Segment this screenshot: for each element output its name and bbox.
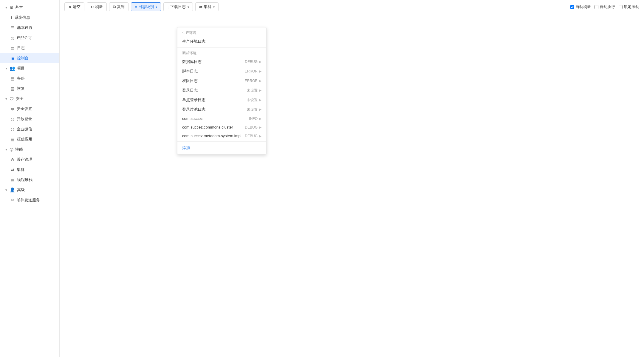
cluster-toolbar-icon: ⇄ <box>199 5 202 9</box>
arrow-icon: ▶ <box>259 125 261 129</box>
toolbar: ✕ 清空 ↻ 刷新 ⧉ 复制 ≡ 日志级别 ▾ ↓ 下载日志 ▾ ⇄ 集群 ▾ <box>60 0 644 14</box>
basic-group-icon: ⚙ <box>10 5 13 10</box>
sidebar-group-basic[interactable]: ▼ ⚙ 基本 <box>0 2 59 13</box>
info-icon: ℹ <box>11 15 12 20</box>
restore-icon: ▤ <box>11 86 15 91</box>
project-group-icon: 👥 <box>10 66 15 71</box>
log-level-dropdown: 生产环境 生产环境日志 调试环境 数据库日志 DEBUG ▶ 脚本日志 ERRO… <box>177 27 267 154</box>
lock-scroll-checkbox[interactable]: 锁定滚动 <box>619 4 639 10</box>
log-level-button[interactable]: ≡ 日志级别 ▾ <box>131 2 161 11</box>
logs-icon: ▤ <box>11 46 15 50</box>
dropdown-item-script-log[interactable]: 脚本日志 ERROR ▶ <box>177 67 266 76</box>
toolbar-right: 自动刷新 自动换行 锁定滚动 <box>570 4 639 10</box>
dropdown-item-com-succez-commons-cluster[interactable]: com.succez.commons.cluster DEBUG ▶ <box>177 123 266 132</box>
auto-refresh-input[interactable] <box>570 5 574 9</box>
refresh-button[interactable]: ↻ 刷新 <box>87 2 107 11</box>
chevron-down-icon: ▼ <box>5 6 8 9</box>
dropdown-add-button[interactable]: 添加 <box>177 143 266 153</box>
clear-icon: ✕ <box>68 5 72 9</box>
auto-wrap-checkbox[interactable]: 自动换行 <box>595 4 615 10</box>
sidebar-item-cache-management[interactable]: ⊙ 缓存管理 <box>0 154 59 165</box>
copy-icon: ⧉ <box>113 4 116 9</box>
chevron-down-icon: ▾ <box>188 5 189 9</box>
sidebar-item-logs[interactable]: ▤ 日志 <box>0 43 59 53</box>
settings-icon: ☰ <box>11 25 15 30</box>
sidebar-item-security-settings[interactable]: ⊕ 安全设置 <box>0 104 59 114</box>
cluster-button[interactable]: ⇄ 集群 ▾ <box>195 2 219 11</box>
security-settings-icon: ⊕ <box>11 106 14 111</box>
production-env-label: 生产环境 <box>177 29 266 37</box>
dropdown-item-production-log[interactable]: 生产环境日志 <box>177 37 266 46</box>
sidebar-item-open-login[interactable]: ◎ 开放登录 <box>0 114 59 124</box>
sidebar-item-thread-stack[interactable]: ▤ 线程堆栈 <box>0 175 59 185</box>
arrow-icon: ▶ <box>259 69 261 73</box>
arrow-icon: ▶ <box>259 117 261 121</box>
console-icon: ▣ <box>11 56 15 61</box>
download-icon: ↓ <box>167 5 169 9</box>
dropdown-item-com-succez-metadata[interactable]: com.succez.metadata.system.impl DEBUG ▶ <box>177 132 266 140</box>
sidebar-item-backup[interactable]: ▤ 备份 <box>0 73 59 84</box>
arrow-icon: ▶ <box>259 60 261 64</box>
sidebar-item-console[interactable]: ▣ 控制台 <box>0 53 59 63</box>
cache-icon: ⊙ <box>11 157 14 162</box>
license-icon: ◎ <box>11 35 14 40</box>
auto-wrap-input[interactable] <box>595 5 598 9</box>
dropdown-item-sso-log[interactable]: 单点登录日志 未设置 ▶ <box>177 95 266 105</box>
dropdown-item-db-log[interactable]: 数据库日志 DEBUG ▶ <box>177 57 266 67</box>
sidebar-item-basic-settings[interactable]: ☰ 基本设置 <box>0 23 59 33</box>
sidebar-group-performance[interactable]: ▼ ◎ 性能 <box>0 144 59 154</box>
wechat-icon: ◎ <box>11 127 14 132</box>
arrow-icon: ▶ <box>259 79 261 83</box>
security-group-icon: 🛡 <box>10 96 14 101</box>
chevron-down-icon: ▼ <box>5 148 8 151</box>
sidebar-item-product-license[interactable]: ◎ 产品许可 <box>0 33 59 43</box>
thread-stack-icon: ▤ <box>11 177 15 182</box>
sidebar-group-advanced[interactable]: ▼ 👤 高级 <box>0 185 59 195</box>
refresh-icon: ↻ <box>91 5 94 9</box>
sidebar-item-mail-service[interactable]: ✉ 邮件发送服务 <box>0 195 59 205</box>
arrow-icon: ▶ <box>259 107 261 112</box>
chevron-down-icon: ▼ <box>5 97 8 101</box>
download-log-button[interactable]: ↓ 下载日志 ▾ <box>163 2 193 11</box>
sidebar: ▼ ⚙ 基本 ℹ 系统信息 ☰ 基本设置 ◎ 产品许可 ▤ 日志 ▣ 控制台 ▼… <box>0 0 60 357</box>
log-level-icon: ≡ <box>135 5 137 9</box>
dropdown-divider-2 <box>177 141 266 142</box>
open-login-icon: ◎ <box>11 117 14 121</box>
dropdown-item-com-succez[interactable]: com.succez INFO ▶ <box>177 114 266 123</box>
chevron-down-icon: ▼ <box>5 67 8 70</box>
backup-icon: ▤ <box>11 76 15 81</box>
arrow-icon: ▶ <box>259 98 261 102</box>
dropdown-item-login-filter-log[interactable]: 登录过滤日志 未设置 ▶ <box>177 105 266 114</box>
advanced-group-icon: 👤 <box>10 187 15 193</box>
mail-icon: ✉ <box>11 198 14 203</box>
sidebar-item-cluster[interactable]: ⇄ 集群 <box>0 165 59 175</box>
sidebar-item-auth-apps[interactable]: ▤ 授信应用 <box>0 134 59 144</box>
main-area: ✕ 清空 ↻ 刷新 ⧉ 复制 ≡ 日志级别 ▾ ↓ 下载日志 ▾ ⇄ 集群 ▾ <box>60 0 644 357</box>
dropdown-item-permission-log[interactable]: 权限日志 ERROR ▶ <box>177 76 266 86</box>
lock-scroll-input[interactable] <box>619 5 623 9</box>
debug-env-label: 调试环境 <box>177 49 266 57</box>
arrow-icon: ▶ <box>259 88 261 92</box>
sidebar-group-project[interactable]: ▼ 👥 项目 <box>0 63 59 73</box>
performance-group-icon: ◎ <box>10 147 13 152</box>
chevron-down-icon: ▾ <box>213 5 215 9</box>
chevron-down-icon: ▼ <box>5 188 8 192</box>
dropdown-item-login-log[interactable]: 登录日志 未设置 ▶ <box>177 86 266 95</box>
arrow-icon: ▶ <box>259 134 261 138</box>
sidebar-item-system-info[interactable]: ℹ 系统信息 <box>0 13 59 23</box>
sidebar-item-restore[interactable]: ▤ 恢复 <box>0 84 59 94</box>
clear-button[interactable]: ✕ 清空 <box>64 2 84 11</box>
cluster-icon: ⇄ <box>11 167 14 172</box>
dropdown-divider <box>177 47 266 48</box>
chevron-down-icon: ▾ <box>156 5 157 9</box>
auth-apps-icon: ▤ <box>11 137 15 142</box>
sidebar-item-enterprise-wechat[interactable]: ◎ 企业微信 <box>0 124 59 134</box>
sidebar-group-security[interactable]: ▼ 🛡 安全 <box>0 94 59 104</box>
copy-button[interactable]: ⧉ 复制 <box>109 2 129 11</box>
content-area: 生产环境 生产环境日志 调试环境 数据库日志 DEBUG ▶ 脚本日志 ERRO… <box>60 14 644 357</box>
auto-refresh-checkbox[interactable]: 自动刷新 <box>570 4 591 10</box>
